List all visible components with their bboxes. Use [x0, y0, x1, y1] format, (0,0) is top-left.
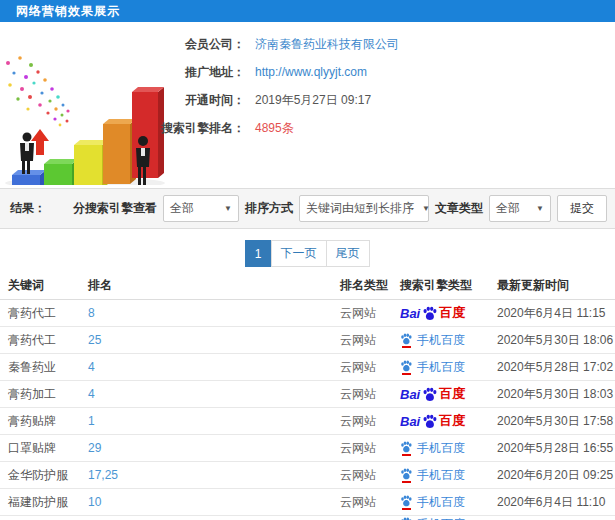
engine-cell: Bai百度: [400, 304, 497, 322]
rank-link[interactable]: 1: [88, 414, 95, 428]
field-promo-url: 推广地址： http://www.qlyyjt.com: [140, 58, 560, 86]
rank-link[interactable]: 25: [88, 333, 101, 347]
time-cell: 2020年6月4日 11:10: [497, 494, 615, 511]
rank-type-cell: 云网站: [340, 467, 400, 484]
mobile-baidu-label: 手机百度: [417, 516, 465, 520]
mobile-baidu-icon: [400, 468, 412, 483]
window-title-bar: 网络营销效果展示: [0, 0, 615, 22]
baidu-paw-icon: [400, 441, 412, 453]
time-cell: 2020年6月4日 11:15: [497, 305, 615, 322]
field-engine-rank-count: 搜索引擎排名： 4895条: [140, 114, 560, 142]
baidu-paw-icon: [400, 468, 412, 480]
col-header-engine-type: 搜索引擎类型: [400, 277, 497, 294]
engine-cell: 手机百度: [400, 332, 497, 349]
table-row: 膏药贴牌 1 云网站 Bai百度 2020年5月30日 17:58: [0, 408, 615, 435]
chevron-down-icon: ▼: [414, 204, 430, 213]
promo-url-link[interactable]: http://www.qlyyjt.com: [255, 65, 367, 79]
rank-type-cell: 云网站: [340, 305, 400, 322]
mobile-baidu-logo: 手机百度: [400, 440, 465, 457]
field-company: 会员公司： 济南秦鲁药业科技有限公司: [140, 30, 560, 58]
table-row: 福建防护服 10 云网站 手机百度 2020年6月4日 11:10: [0, 489, 615, 516]
company-value-link[interactable]: 济南秦鲁药业科技有限公司: [255, 36, 399, 53]
mobile-baidu-underline: [402, 481, 411, 483]
engine-select-value: 全部: [170, 200, 194, 217]
time-cell: 2020年5月28日 16:55: [497, 440, 615, 457]
mobile-baidu-label: 手机百度: [417, 494, 465, 511]
table-row: 膏药加工 4 云网站 Bai百度 2020年5月30日 18:03: [0, 381, 615, 408]
chevron-down-icon: ▼: [528, 204, 544, 213]
confetti-dots: [6, 56, 70, 126]
engine-select[interactable]: 全部 ▼: [163, 195, 239, 222]
pagination: 1 下一页 尾页: [0, 240, 615, 267]
engine-cell: 手机百度: [400, 467, 497, 484]
result-label: 结果：: [10, 200, 46, 217]
baidu-logo: Bai百度: [400, 412, 465, 430]
mobile-baidu-underline: [402, 373, 411, 375]
table-row: 膏药代工 8 云网站 Bai百度 2020年6月4日 11:15: [0, 300, 615, 327]
baidu-paw-icon: [400, 495, 412, 507]
last-page-button[interactable]: 尾页: [326, 240, 370, 267]
baidu-paw-icon: [422, 414, 437, 429]
mobile-baidu-icon: [400, 441, 412, 456]
mobile-baidu-underline: [402, 508, 411, 510]
mobile-baidu-label: 手机百度: [417, 332, 465, 349]
filter-bar: 结果： 分搜索引擎查看 全部 ▼ 排序方式 关键词由短到长排序 ▼ 文章类型 全…: [0, 188, 615, 229]
mobile-baidu-label: 手机百度: [417, 359, 465, 376]
sort-filter-label: 排序方式: [245, 200, 293, 217]
article-type-select[interactable]: 全部 ▼: [489, 195, 551, 222]
baidu-logo-bai: Bai: [400, 387, 420, 402]
next-page-button[interactable]: 下一页: [271, 240, 327, 267]
mobile-baidu-label: 手机百度: [417, 440, 465, 457]
filter-controls: 分搜索引擎查看 全部 ▼ 排序方式 关键词由短到长排序 ▼ 文章类型 全部 ▼ …: [73, 195, 607, 222]
article-type-select-value: 全部: [496, 200, 520, 217]
rank-type-cell: 云网站: [340, 440, 400, 457]
sort-select[interactable]: 关键词由短到长排序 ▼: [299, 195, 429, 222]
baidu-paw-icon: [422, 306, 437, 321]
col-header-rank: 排名: [88, 277, 340, 294]
keyword-cell: 秦鲁药业: [0, 359, 88, 376]
rank-link[interactable]: 4: [88, 360, 95, 374]
keyword-cell: 膏药代工: [0, 332, 88, 349]
rank-link[interactable]: 4: [88, 387, 95, 401]
time-cell: 2020年5月30日 17:58: [497, 413, 615, 430]
time-cell: 2020年6月20日 09:25: [497, 467, 615, 484]
keyword-rank-table: 关键词 排名 排名类型 搜索引擎类型 最新更新时间 膏药代工 8 云网站 Bai…: [0, 272, 615, 520]
page-1-button[interactable]: 1: [245, 240, 272, 267]
engine-cell: Bai百度: [400, 412, 497, 430]
baidu-paw-icon: [422, 387, 437, 402]
open-time-value: 2019年5月27日 09:17: [255, 92, 371, 109]
submit-button[interactable]: 提交: [557, 195, 607, 222]
engine-cell: 手机百度: [400, 359, 497, 376]
baidu-logo: Bai百度: [400, 385, 465, 403]
rank-link[interactable]: 29: [88, 441, 101, 455]
keyword-cell: 口罩贴牌: [0, 440, 88, 457]
baidu-logo-bai: Bai: [400, 414, 420, 429]
rank-link[interactable]: 17,25: [88, 468, 118, 482]
rank-type-cell: 云网站: [340, 332, 400, 349]
baidu-logo-cn: 百度: [439, 412, 465, 430]
mobile-baidu-logo: 手机百度: [400, 516, 465, 520]
mobile-baidu-underline: [402, 346, 411, 348]
mobile-baidu-icon: [400, 495, 412, 510]
company-label: 会员公司：: [140, 36, 245, 53]
mobile-baidu-underline: [402, 454, 411, 456]
engine-cell: Bai百度: [400, 385, 497, 403]
mobile-baidu-logo: 手机百度: [400, 494, 465, 511]
article-type-label: 文章类型: [435, 200, 483, 217]
table-row: 手机百度: [0, 516, 615, 520]
baidu-paw-icon: [400, 333, 412, 345]
baidu-logo-cn: 百度: [439, 385, 465, 403]
rank-link[interactable]: 8: [88, 306, 95, 320]
col-header-rank-type: 排名类型: [340, 277, 400, 294]
table-row: 膏药代工 25 云网站 手机百度 2020年5月30日 18:06: [0, 327, 615, 354]
company-info-fields: 会员公司： 济南秦鲁药业科技有限公司 推广地址： http://www.qlyy…: [140, 30, 560, 142]
baidu-logo-cn: 百度: [439, 304, 465, 322]
baidu-paw-icon: [400, 360, 412, 372]
table-body: 膏药代工 8 云网站 Bai百度 2020年6月4日 11:15 膏药代工 25…: [0, 300, 615, 520]
page-title: 网络营销效果展示: [16, 3, 120, 20]
promo-url-label: 推广地址：: [140, 64, 245, 81]
keyword-cell: 福建防护服: [0, 494, 88, 511]
rank-link[interactable]: 10: [88, 495, 101, 509]
chevron-down-icon: ▼: [216, 204, 232, 213]
rank-type-cell: 云网站: [340, 386, 400, 403]
